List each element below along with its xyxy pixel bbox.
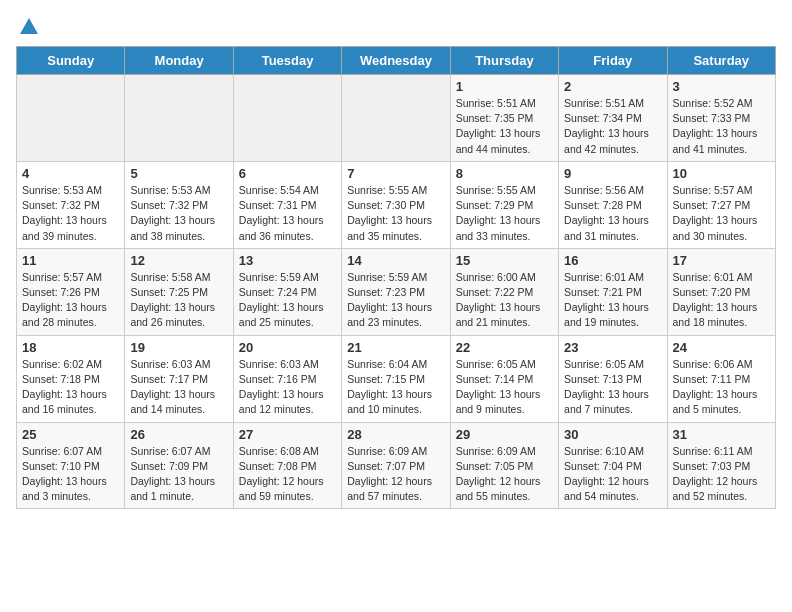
day-info: Sunrise: 6:06 AM Sunset: 7:11 PM Dayligh… — [673, 357, 770, 418]
col-header-friday: Friday — [559, 47, 667, 75]
logo — [16, 16, 40, 34]
calendar-cell: 9Sunrise: 5:56 AM Sunset: 7:28 PM Daylig… — [559, 161, 667, 248]
day-info: Sunrise: 6:09 AM Sunset: 7:05 PM Dayligh… — [456, 444, 553, 505]
calendar-week-row: 4Sunrise: 5:53 AM Sunset: 7:32 PM Daylig… — [17, 161, 776, 248]
day-info: Sunrise: 6:07 AM Sunset: 7:09 PM Dayligh… — [130, 444, 227, 505]
day-number: 3 — [673, 79, 770, 94]
day-number: 10 — [673, 166, 770, 181]
day-info: Sunrise: 6:01 AM Sunset: 7:20 PM Dayligh… — [673, 270, 770, 331]
calendar-cell: 2Sunrise: 5:51 AM Sunset: 7:34 PM Daylig… — [559, 75, 667, 162]
day-info: Sunrise: 6:05 AM Sunset: 7:13 PM Dayligh… — [564, 357, 661, 418]
calendar-cell: 18Sunrise: 6:02 AM Sunset: 7:18 PM Dayli… — [17, 335, 125, 422]
calendar-week-row: 11Sunrise: 5:57 AM Sunset: 7:26 PM Dayli… — [17, 248, 776, 335]
calendar-cell — [17, 75, 125, 162]
calendar-cell: 1Sunrise: 5:51 AM Sunset: 7:35 PM Daylig… — [450, 75, 558, 162]
day-info: Sunrise: 5:59 AM Sunset: 7:24 PM Dayligh… — [239, 270, 336, 331]
calendar-cell — [233, 75, 341, 162]
calendar-cell: 24Sunrise: 6:06 AM Sunset: 7:11 PM Dayli… — [667, 335, 775, 422]
day-number: 9 — [564, 166, 661, 181]
day-info: Sunrise: 6:09 AM Sunset: 7:07 PM Dayligh… — [347, 444, 444, 505]
day-number: 31 — [673, 427, 770, 442]
calendar-cell: 17Sunrise: 6:01 AM Sunset: 7:20 PM Dayli… — [667, 248, 775, 335]
day-info: Sunrise: 5:51 AM Sunset: 7:35 PM Dayligh… — [456, 96, 553, 157]
day-info: Sunrise: 5:54 AM Sunset: 7:31 PM Dayligh… — [239, 183, 336, 244]
calendar-cell: 22Sunrise: 6:05 AM Sunset: 7:14 PM Dayli… — [450, 335, 558, 422]
logo-icon — [18, 16, 40, 38]
day-number: 21 — [347, 340, 444, 355]
col-header-saturday: Saturday — [667, 47, 775, 75]
calendar-cell: 5Sunrise: 5:53 AM Sunset: 7:32 PM Daylig… — [125, 161, 233, 248]
col-header-thursday: Thursday — [450, 47, 558, 75]
calendar-table: SundayMondayTuesdayWednesdayThursdayFrid… — [16, 46, 776, 509]
day-number: 23 — [564, 340, 661, 355]
day-info: Sunrise: 5:56 AM Sunset: 7:28 PM Dayligh… — [564, 183, 661, 244]
day-number: 4 — [22, 166, 119, 181]
page-header — [16, 16, 776, 34]
day-number: 8 — [456, 166, 553, 181]
day-number: 17 — [673, 253, 770, 268]
day-number: 13 — [239, 253, 336, 268]
day-number: 2 — [564, 79, 661, 94]
calendar-cell: 19Sunrise: 6:03 AM Sunset: 7:17 PM Dayli… — [125, 335, 233, 422]
calendar-week-row: 1Sunrise: 5:51 AM Sunset: 7:35 PM Daylig… — [17, 75, 776, 162]
day-info: Sunrise: 6:01 AM Sunset: 7:21 PM Dayligh… — [564, 270, 661, 331]
calendar-cell: 10Sunrise: 5:57 AM Sunset: 7:27 PM Dayli… — [667, 161, 775, 248]
calendar-cell: 6Sunrise: 5:54 AM Sunset: 7:31 PM Daylig… — [233, 161, 341, 248]
calendar-cell: 26Sunrise: 6:07 AM Sunset: 7:09 PM Dayli… — [125, 422, 233, 509]
calendar-week-row: 25Sunrise: 6:07 AM Sunset: 7:10 PM Dayli… — [17, 422, 776, 509]
day-info: Sunrise: 5:51 AM Sunset: 7:34 PM Dayligh… — [564, 96, 661, 157]
calendar-cell: 25Sunrise: 6:07 AM Sunset: 7:10 PM Dayli… — [17, 422, 125, 509]
day-info: Sunrise: 6:04 AM Sunset: 7:15 PM Dayligh… — [347, 357, 444, 418]
day-info: Sunrise: 5:53 AM Sunset: 7:32 PM Dayligh… — [22, 183, 119, 244]
day-info: Sunrise: 6:02 AM Sunset: 7:18 PM Dayligh… — [22, 357, 119, 418]
calendar-cell: 21Sunrise: 6:04 AM Sunset: 7:15 PM Dayli… — [342, 335, 450, 422]
day-number: 18 — [22, 340, 119, 355]
day-number: 6 — [239, 166, 336, 181]
day-number: 29 — [456, 427, 553, 442]
calendar-cell: 14Sunrise: 5:59 AM Sunset: 7:23 PM Dayli… — [342, 248, 450, 335]
day-number: 19 — [130, 340, 227, 355]
calendar-cell: 13Sunrise: 5:59 AM Sunset: 7:24 PM Dayli… — [233, 248, 341, 335]
day-info: Sunrise: 6:03 AM Sunset: 7:16 PM Dayligh… — [239, 357, 336, 418]
day-info: Sunrise: 6:11 AM Sunset: 7:03 PM Dayligh… — [673, 444, 770, 505]
calendar-cell: 20Sunrise: 6:03 AM Sunset: 7:16 PM Dayli… — [233, 335, 341, 422]
day-number: 1 — [456, 79, 553, 94]
calendar-cell: 30Sunrise: 6:10 AM Sunset: 7:04 PM Dayli… — [559, 422, 667, 509]
calendar-cell: 8Sunrise: 5:55 AM Sunset: 7:29 PM Daylig… — [450, 161, 558, 248]
calendar-cell: 29Sunrise: 6:09 AM Sunset: 7:05 PM Dayli… — [450, 422, 558, 509]
calendar-cell: 31Sunrise: 6:11 AM Sunset: 7:03 PM Dayli… — [667, 422, 775, 509]
calendar-cell: 3Sunrise: 5:52 AM Sunset: 7:33 PM Daylig… — [667, 75, 775, 162]
day-number: 26 — [130, 427, 227, 442]
calendar-cell: 11Sunrise: 5:57 AM Sunset: 7:26 PM Dayli… — [17, 248, 125, 335]
calendar-cell: 27Sunrise: 6:08 AM Sunset: 7:08 PM Dayli… — [233, 422, 341, 509]
calendar-cell: 16Sunrise: 6:01 AM Sunset: 7:21 PM Dayli… — [559, 248, 667, 335]
day-info: Sunrise: 5:52 AM Sunset: 7:33 PM Dayligh… — [673, 96, 770, 157]
calendar-cell: 28Sunrise: 6:09 AM Sunset: 7:07 PM Dayli… — [342, 422, 450, 509]
calendar-cell: 12Sunrise: 5:58 AM Sunset: 7:25 PM Dayli… — [125, 248, 233, 335]
day-info: Sunrise: 5:53 AM Sunset: 7:32 PM Dayligh… — [130, 183, 227, 244]
col-header-sunday: Sunday — [17, 47, 125, 75]
day-number: 30 — [564, 427, 661, 442]
day-info: Sunrise: 6:03 AM Sunset: 7:17 PM Dayligh… — [130, 357, 227, 418]
calendar-cell: 15Sunrise: 6:00 AM Sunset: 7:22 PM Dayli… — [450, 248, 558, 335]
day-number: 12 — [130, 253, 227, 268]
day-number: 28 — [347, 427, 444, 442]
calendar-week-row: 18Sunrise: 6:02 AM Sunset: 7:18 PM Dayli… — [17, 335, 776, 422]
day-info: Sunrise: 6:05 AM Sunset: 7:14 PM Dayligh… — [456, 357, 553, 418]
day-info: Sunrise: 6:08 AM Sunset: 7:08 PM Dayligh… — [239, 444, 336, 505]
day-number: 24 — [673, 340, 770, 355]
day-number: 14 — [347, 253, 444, 268]
day-number: 25 — [22, 427, 119, 442]
day-number: 27 — [239, 427, 336, 442]
day-info: Sunrise: 5:55 AM Sunset: 7:29 PM Dayligh… — [456, 183, 553, 244]
calendar-cell — [342, 75, 450, 162]
day-number: 11 — [22, 253, 119, 268]
calendar-cell — [125, 75, 233, 162]
col-header-monday: Monday — [125, 47, 233, 75]
svg-marker-0 — [20, 18, 38, 34]
day-info: Sunrise: 5:55 AM Sunset: 7:30 PM Dayligh… — [347, 183, 444, 244]
day-number: 16 — [564, 253, 661, 268]
day-number: 22 — [456, 340, 553, 355]
day-info: Sunrise: 5:59 AM Sunset: 7:23 PM Dayligh… — [347, 270, 444, 331]
day-info: Sunrise: 5:58 AM Sunset: 7:25 PM Dayligh… — [130, 270, 227, 331]
